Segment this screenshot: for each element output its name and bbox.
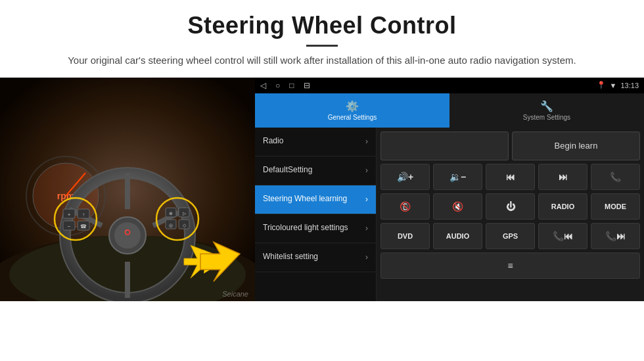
svg-text:+: + [68,212,71,218]
dvd-button[interactable]: DVD [380,223,430,249]
watermark: Seicane [222,290,248,298]
wifi-icon: ▼ [610,82,617,89]
chevron-icon: › [365,195,368,204]
top-tabs: ⚙️ General Settings 🔧 System Settings [255,93,644,128]
tab-general-settings[interactable]: ⚙️ General Settings [255,93,449,128]
steering-wheel-image: rpm [0,78,255,301]
svg-text:↑: ↑ [82,212,85,218]
audio-button[interactable]: AUDIO [433,223,482,249]
next-track-icon: ⏭ [559,172,568,182]
header-description: Your original car's steering wheel contr… [26,53,618,68]
status-bar: ◁ ○ □ ⊟ 📍 ▼ 13:13 [255,78,644,93]
chevron-icon: › [365,224,368,233]
menu-nav-btn[interactable]: ⊟ [304,81,310,90]
gps-label: GPS [503,232,518,240]
menu-item-default[interactable]: DefaultSetting › [255,156,376,185]
svg-text:◎: ◎ [169,223,173,228]
control-row-2: 📵 🔇 ⏻ RADIO MODE [380,193,640,220]
radio-button[interactable]: RADIO [538,193,587,220]
phone-answer-button[interactable]: 📞 [591,164,640,190]
vol-down-icon: 🔉− [449,172,466,182]
phone-next-icon: 📞⏭ [605,231,626,241]
dvd-label: DVD [398,232,413,240]
begin-learn-row: Begin learn [380,132,640,160]
chevron-icon: › [365,137,368,146]
header-section: Steering Wheel Control Your original car… [0,0,644,75]
home-nav-btn[interactable]: ○ [275,81,280,90]
chevron-icon: › [365,166,368,175]
prev-track-button[interactable]: ⏮ [486,164,535,190]
left-menu: Radio › DefaultSetting › Steering Wheel … [255,128,377,301]
menu-item-whitelist-label: Whitelist setting [263,252,365,262]
extra-icon: ≡ [507,260,513,271]
svg-text:⭕: ⭕ [124,229,131,235]
phone-prev-icon: 📞⏮ [553,231,573,241]
key-input-box [380,132,509,160]
power-icon: ⏻ [506,201,515,212]
menu-item-whitelist[interactable]: Whitelist setting › [255,243,376,272]
gps-button[interactable]: GPS [486,223,535,249]
vol-up-button[interactable]: 🔊+ [380,164,430,190]
back-nav-btn[interactable]: ◁ [260,81,266,90]
svg-text:☎: ☎ [80,224,87,229]
hang-up-icon: 📵 [400,201,411,212]
prev-track-icon: ⏮ [506,172,515,182]
svg-point-14 [114,222,141,249]
control-row-1: 🔊+ 🔉− ⏮ ⏭ 📞 [380,164,640,190]
recents-nav-btn[interactable]: □ [289,81,294,90]
page-wrapper: Steering Wheel Control Your original car… [0,0,644,321]
vol-down-button[interactable]: 🔉− [433,164,482,190]
power-button[interactable]: ⏻ [486,193,535,220]
right-controls-panel: Begin learn 🔊+ 🔉− ⏮ [377,128,644,301]
menu-item-radio-label: Radio [263,136,365,147]
phone-next-button[interactable]: 📞⏭ [591,223,640,249]
audio-label: AUDIO [446,232,469,240]
title-divider [306,45,338,47]
chevron-icon: › [365,253,368,262]
tab-system-settings[interactable]: 🔧 System Settings [449,93,644,128]
begin-learn-button[interactable]: Begin learn [512,132,640,160]
svg-text:−: − [68,224,71,229]
menu-item-steering[interactable]: Steering Wheel learning › [255,185,376,214]
menu-item-tricoloured-label: Tricoloured light settings [263,223,365,233]
menu-item-steering-label: Steering Wheel learning [263,194,365,205]
menu-item-radio[interactable]: Radio › [255,128,376,156]
gps-icon: 📍 [597,81,606,89]
main-content: rpm [0,78,644,321]
menu-item-default-label: DefaultSetting [263,165,365,176]
menu-item-tricoloured[interactable]: Tricoloured light settings › [255,214,376,243]
page-title: Steering Wheel Control [26,12,618,39]
system-settings-icon: 🔧 [540,100,553,112]
svg-text:⊕: ⊕ [169,211,173,216]
menu-controls-area: Radio › DefaultSetting › Steering Wheel … [255,128,644,301]
tab-general-label: General Settings [328,114,377,121]
hang-up-button[interactable]: 📵 [380,193,430,220]
android-screen: ◁ ○ □ ⊟ 📍 ▼ 13:13 ⚙️ General Settings [255,78,644,301]
time-display: 13:13 [620,82,639,89]
nav-buttons: ◁ ○ □ ⊟ [260,81,310,90]
general-settings-icon: ⚙️ [346,100,359,112]
car-image-section: rpm [0,78,255,301]
phone-prev-button[interactable]: 📞⏮ [538,223,587,249]
tab-system-label: System Settings [523,114,570,121]
extra-button[interactable]: ≡ [380,253,640,279]
radio-label: RADIO [551,203,574,210]
control-row-3: DVD AUDIO GPS 📞⏮ 📞⏭ [380,223,640,249]
mode-label: MODE [605,203,626,210]
mode-button[interactable]: MODE [591,193,640,220]
status-indicators: 📍 ▼ 13:13 [597,81,639,89]
mute-button[interactable]: 🔇 [433,193,482,220]
vol-up-icon: 🔊+ [397,172,413,182]
phone-answer-icon: 📞 [610,172,621,182]
mute-icon: 🔇 [452,201,463,212]
control-row-4: ≡ [380,253,640,279]
next-track-button[interactable]: ⏭ [538,164,587,190]
